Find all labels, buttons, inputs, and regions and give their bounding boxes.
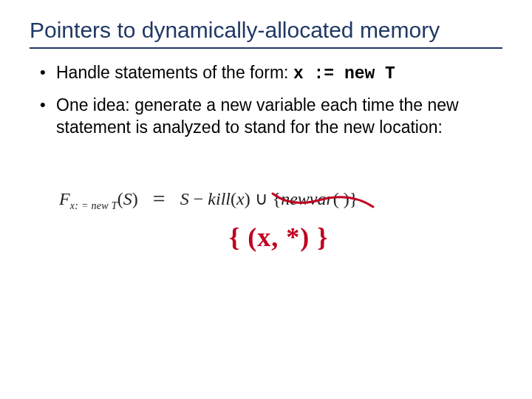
formula-sub: x: = new T xyxy=(70,200,117,211)
formula-setR: } xyxy=(349,189,358,208)
formula-argL: ( xyxy=(117,189,123,208)
bullet-text: Handle statements of the form: xyxy=(56,63,293,82)
formula-kill: kill xyxy=(208,189,231,208)
formula-killArg: x xyxy=(236,189,245,208)
bullet-item: One idea: generate a new variable each t… xyxy=(37,95,502,139)
formula-S: S xyxy=(180,189,189,208)
formula-eq: = xyxy=(143,186,176,211)
formula-newvar: newvar xyxy=(281,189,333,208)
bullet-item: Handle statements of the form: x := new … xyxy=(37,62,502,86)
formula-killArgL: ( xyxy=(231,189,236,208)
slide: Pointers to dynamically-allocated memory… xyxy=(0,0,532,399)
formula: Fx: = new T(S) = S − kill(x) ∪ {newvar( … xyxy=(59,185,473,212)
formula-newvarPar: ( ) xyxy=(333,189,349,208)
formula-arg: S xyxy=(123,189,132,208)
formula-minus: − xyxy=(189,189,208,208)
formula-argR: ) xyxy=(132,189,138,208)
bullet-code: x := new T xyxy=(293,64,395,83)
formula-cup: ∪ xyxy=(250,189,273,208)
hand-annotation: { (x, *) } xyxy=(229,222,328,253)
bullet-text: One idea: generate a new variable each t… xyxy=(56,95,459,137)
slide-title: Pointers to dynamically-allocated memory xyxy=(30,18,502,43)
title-rule xyxy=(30,47,502,49)
bullet-list: Handle statements of the form: x := new … xyxy=(30,62,502,139)
formula-killArgR: ) xyxy=(245,189,250,208)
formula-F: F xyxy=(59,189,70,208)
formula-struck-set: {newvar( )} xyxy=(273,189,358,209)
formula-setL: { xyxy=(273,189,282,208)
